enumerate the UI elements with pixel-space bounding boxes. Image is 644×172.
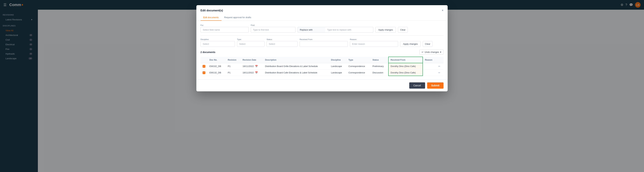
row2-revision: P1 [226,69,240,76]
replace-with-group: Replace with [298,27,373,33]
row1-received-from: Dorothy Dino (Dino Cafe) [388,63,423,69]
replace-with-input[interactable] [325,27,373,33]
row2-reason [423,69,436,76]
find-label: Find: [251,24,296,26]
col-actions [436,57,444,63]
received-from-input[interactable]: Dorothy Dino (Dino Cafe) [300,41,348,47]
row2-status: Discussion [370,69,388,76]
calendar-icon[interactable]: 📅 [255,71,258,74]
modal-body: For: Find: Replace with Apply changes [196,21,448,79]
undo-changes-button[interactable]: ↩ Undo changes ▾ [420,50,444,55]
for-label: For: [200,24,249,26]
type-group: Type: [237,38,264,47]
tab-request-approval[interactable]: Request approval for drafts [222,14,254,21]
table-body: EW102_DB P1 18/11/2022 📅 Distribution Bo… [200,63,444,76]
type-input[interactable] [237,41,264,47]
edit-documents-modal: Edit document(s) × Edit documents Reques… [196,5,448,91]
row1-checkbox-cell [200,63,208,69]
row2-edit-icon[interactable]: ✏ [438,71,440,74]
documents-table: Doc No. Revision Revision Date Descripti… [200,57,444,76]
reason-group: Reason: [350,38,398,47]
row1-checkbox[interactable] [202,65,205,68]
row2-received-from: Dorothy Dino (Dino Cafe) [388,69,423,76]
find-input[interactable] [251,27,296,33]
discipline-group: Discipline: [200,38,235,47]
row2-description: Distribution Board Cafe Elevations & Lab… [263,69,329,76]
col-revision: Revision [226,57,240,63]
modal-title: Edit document(s) [200,9,223,12]
find-replace-row: For: Find: Replace with Apply changes [200,24,444,33]
col-reason: Reason [423,57,436,63]
row1-revision-date: 18/11/2022 📅 [240,63,263,69]
submit-button[interactable]: Submit [427,82,444,89]
row1-doc-no: EW102_DB [208,63,226,69]
row1-type: Correspondence [346,63,370,69]
undo-label: Undo changes [424,51,439,53]
find-replace-apply-button[interactable]: Apply changes [375,27,396,33]
row2-checkbox[interactable] [202,71,205,74]
form-divider [200,35,444,36]
table-head: Doc No. Revision Revision Date Descripti… [200,57,444,63]
row1-description: Distribution Board Grille Elevations & L… [263,63,329,69]
row1-discipline: Landscape [329,63,346,69]
replace-with-label: Replace with [298,27,325,33]
row2-edit: ✏ [436,69,444,76]
table-header-row: Doc No. Revision Revision Date Descripti… [200,57,444,63]
modal-close-button[interactable]: × [442,9,444,12]
discipline-input[interactable] [200,41,235,47]
calendar-icon[interactable]: 📅 [255,65,258,67]
col-revision-date: Revision Date [240,57,263,63]
discipline-label: Discipline: [200,38,235,40]
row1-edit: ✏ [436,63,444,69]
modal-overlay: Edit document(s) × Edit documents Reques… [0,0,644,172]
tab-edit-documents[interactable]: Edit documents [200,14,222,21]
status-label: Status: [266,38,298,40]
documents-header: 2 documents ↩ Undo changes ▾ [200,50,444,55]
replace-input-group: Replace with [298,27,373,33]
reason-label: Reason: [350,38,398,40]
col-discipline: Discipline [329,57,346,63]
status-group: Status: [266,38,298,47]
row1-reason [423,63,436,69]
table-row: EW132_DB P1 18/11/2022 📅 Distribution Bo… [200,69,444,76]
col-description: Description [263,57,329,63]
row1-edit-icon[interactable]: ✏ [438,65,440,68]
for-field-group: For: [200,24,249,33]
col-status: Status [370,57,388,63]
row1-status: Preliminary [370,63,388,69]
modal-tabs: Edit documents Request approval for draf… [200,14,444,21]
received-from-group: Received From Dorothy Dino (Dino Cafe) [300,38,348,47]
modal-header: Edit document(s) × Edit documents Reques… [196,5,448,21]
row1-revision: P1 [226,63,240,69]
undo-chevron-icon: ▾ [440,51,441,53]
find-field-group: Find: [251,24,296,33]
row2-checkbox-cell [200,69,208,76]
received-from-label: Received From [300,38,348,40]
table-row: EW102_DB P1 18/11/2022 📅 Distribution Bo… [200,63,444,69]
row2-doc-no: EW132_DB [208,69,226,76]
bulk-clear-button[interactable]: Clear [423,41,432,47]
bulk-apply-button[interactable]: Apply changes [400,41,420,47]
undo-icon: ↩ [422,51,424,53]
col-doc-no: Doc No. [208,57,226,63]
status-input[interactable] [266,41,298,47]
modal-title-row: Edit document(s) × [200,9,444,12]
modal-footer: Cancel Submit [196,79,448,91]
row2-revision-date: 18/11/2022 📅 [240,69,263,76]
type-label: Type: [237,38,264,40]
cancel-button[interactable]: Cancel [409,82,425,89]
row2-discipline: Landscape [329,69,346,76]
bulk-edit-row: Discipline: Type: Status: Received From … [200,38,444,47]
col-type: Type [346,57,370,63]
col-checkbox [200,57,208,63]
reason-input[interactable] [350,41,398,47]
find-replace-clear-button[interactable]: Clear [398,27,408,33]
for-input[interactable] [200,27,249,33]
app-background: ☰ Comm ⚙ ? 💬 LS Revisions Latest Revisio… [0,0,644,172]
documents-count: 2 documents [200,51,215,54]
row2-type: Correspondence [346,69,370,76]
col-received-from: Received From [388,57,423,63]
